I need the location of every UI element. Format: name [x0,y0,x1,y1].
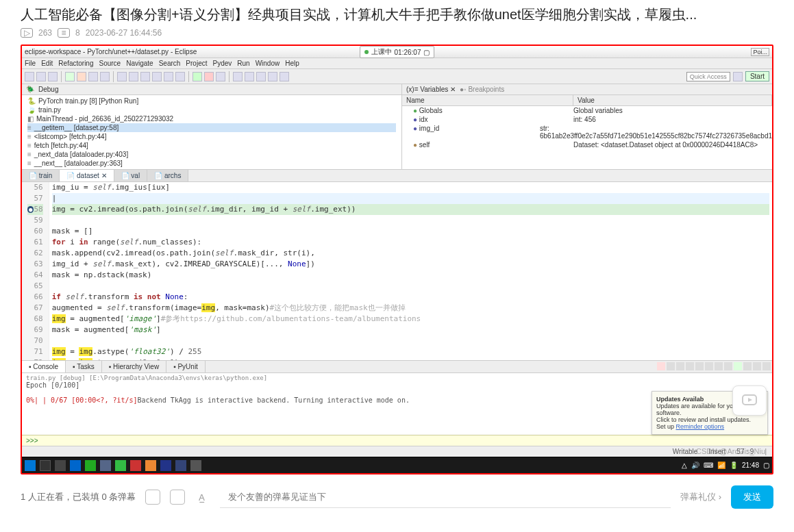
variable-row[interactable]: ● idxint: 456 [402,115,772,124]
console-tab-console[interactable]: ▪ Console [22,361,66,372]
variable-row[interactable]: ● selfDataset: <dataset.Dataset object a… [402,140,772,149]
send-button[interactable]: 发送 [731,485,773,509]
editor-tab-dataset[interactable]: 📄 dataset ✕ [60,170,114,181]
system-tray[interactable]: △🔊⌨📶🔋 21:48 ▢ [682,461,769,469]
menu-file[interactable]: File [25,60,36,67]
menu-source[interactable]: Source [99,60,121,67]
debug-view-title: Debug [38,86,58,93]
danmu-settings-icon[interactable] [170,490,185,505]
recording-timer: 上课中 01:26:07 ▢ [360,46,435,58]
play-count-icon: ▷ [21,28,33,38]
menu-edit[interactable]: Edit [41,60,53,67]
status-bar: Writable Insert 57 : 9 | [22,446,772,457]
danmu-bar: 1 人正在看，已装填 0 条弹幕 A̲ 弹幕礼仪 › 发送 [0,474,794,514]
watermark: CSDN @ArcGis_Niu [696,447,765,455]
console-tab-hierarchy-view[interactable]: ▪ Hierarchy View [102,361,166,372]
stack-frame[interactable]: ◧MainThread - pid_26636_id_2502271293032 [27,114,396,123]
stack-frame[interactable]: 🐍PyTorch train.py [8] [Python Run] [27,97,396,105]
stack-frame[interactable]: ≡fetch [fetch.py:44] [27,141,396,150]
page-title: 人工智能必备【图像分割+语义分割】经典项目实战，计算机大牛手把手教你做unet医… [0,0,794,28]
editor-tab-archs[interactable]: 📄 archs [147,170,188,181]
menu-help[interactable]: Help [285,60,299,67]
danmu-toggle-icon[interactable] [145,490,160,505]
editor-tab-train[interactable]: 📄 train [22,170,60,181]
perspective-icon[interactable] [733,72,743,81]
stack-frame[interactable]: ≡_next_data [dataloader.py:403] [27,150,396,159]
code-editor[interactable]: 5657●5859606162636465666768697071727374 … [22,182,772,360]
console-tabs[interactable]: ▪ Console▪ Tasks▪ Hierarchy View▪ PyUnit [22,360,772,373]
danmu-count-icon: ≡ [58,28,70,38]
console-tab-tasks[interactable]: ▪ Tasks [66,361,102,372]
play-count: 263 [38,28,52,38]
windows-taskbar[interactable]: △🔊⌨📶🔋 21:48 ▢ [22,457,772,473]
metabar: ▷ 263 ≡ 8 2023-06-27 16:44:56 [0,28,794,45]
menu-project[interactable]: Project [186,60,207,67]
stack-frame[interactable]: ≡__getitem__ [dataset.py:58] [27,123,396,132]
menu-pydev[interactable]: Pydev [212,60,232,67]
editor-tab-val[interactable]: 📄 val [114,170,148,181]
debug-tree[interactable]: 🐍PyTorch train.py [8] [Python Run]🍃train… [22,95,401,169]
toolbar[interactable]: Quick Access Start [22,69,772,84]
pip-play-icon[interactable] [732,385,767,416]
stack-frame[interactable]: ≡__next__ [dataloader.py:363] [27,159,396,168]
variable-row[interactable]: ● GlobalsGlobal variables [402,106,772,115]
console-tab-pyunit[interactable]: ▪ PyUnit [166,361,206,372]
start-icon[interactable] [25,460,36,471]
danmu-count: 8 [75,28,80,38]
editor-tabs[interactable]: 📄 train📄 dataset ✕📄 val📄 archs [22,170,772,182]
menu-search[interactable]: Search [159,60,181,67]
start-button[interactable]: Start [745,71,769,81]
perspective-label: Poi... [751,48,769,56]
menu-bar[interactable]: FileEditRefactoringSourceNavigateSearchP… [22,58,772,69]
menu-window[interactable]: Window [256,60,280,67]
menu-run[interactable]: Run [237,60,249,67]
danmu-input[interactable] [220,486,671,508]
debug-icon: 🪲 [26,86,34,93]
breakpoints-tab[interactable]: Breakpoints [468,86,504,93]
video-player[interactable]: 上课中 01:26:07 ▢ eclipse-workspace - PyTor… [21,45,773,474]
menu-refactoring[interactable]: Refactoring [58,60,93,67]
publish-time: 2023-06-27 16:44:56 [86,28,162,38]
variables-tab[interactable]: (x)= Variables ✕ [406,86,456,93]
stack-frame[interactable]: 🍃train.py [27,105,396,114]
console-toolbar[interactable] [656,361,772,372]
variable-row[interactable]: ● img_idstr: 6b61ab2e3ff0e2c7a55fd71e290… [402,124,772,140]
reminder-link[interactable]: Reminder options [676,423,725,430]
stack-frame[interactable]: ≡<listcomp> [fetch.py:44] [27,132,396,141]
watching-count: 1 人正在看，已装填 0 条弹幕 [21,491,136,503]
danmu-etiquette[interactable]: 弹幕礼仪 › [680,491,721,503]
python-prompt[interactable]: >>> [22,435,772,446]
menu-navigate[interactable]: Navigate [126,60,153,67]
quick-access[interactable]: Quick Access [686,72,730,81]
task-view-icon[interactable] [40,460,51,471]
col-name: Name [402,95,573,105]
font-icon[interactable]: A̲ [199,492,205,503]
eclipse-ide: eclipse-workspace - PyTorch/unet++/datas… [22,46,772,473]
col-value: Value [573,95,772,105]
